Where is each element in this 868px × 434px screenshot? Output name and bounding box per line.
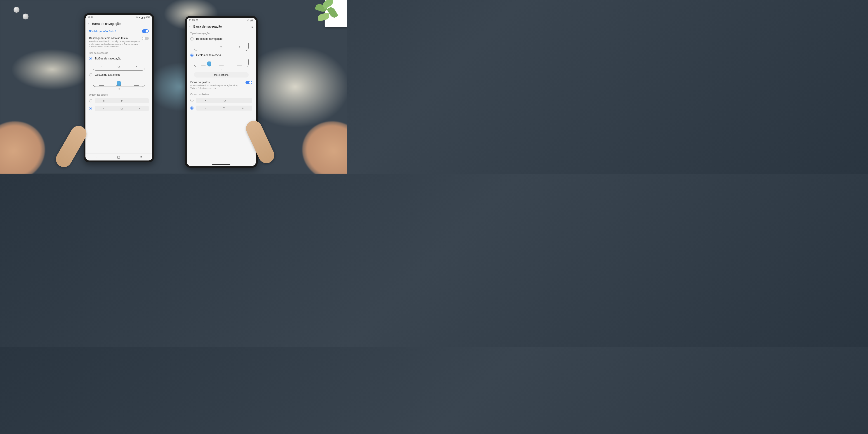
nav-buttons-preview: ‹ ▢ ≡ — [194, 43, 249, 51]
nav-home-icon[interactable]: ▢ — [117, 155, 120, 159]
page-title: Barra de navegação — [193, 25, 249, 28]
nav-gestures-label: Gestos de tela cheia — [196, 54, 221, 57]
airplane-icon: ✈ — [138, 16, 141, 19]
recents-glyph-icon: ≡ — [205, 99, 206, 102]
radio-icon[interactable] — [89, 99, 92, 102]
gesture-hints-toggle[interactable] — [246, 81, 252, 84]
desk-map-background — [0, 0, 347, 174]
nav-back-icon[interactable]: ‹ — [96, 155, 97, 159]
recents-glyph-icon: ≡ — [135, 65, 137, 68]
radio-icon[interactable] — [89, 107, 92, 110]
button-order-section: Ordem dos botões — [188, 91, 255, 96]
settings-content[interactable]: Nível de pressão: 3 de 5 Desbloquear com… — [86, 28, 152, 153]
nav-buttons-option[interactable]: Botões de navegação — [86, 55, 151, 62]
back-glyph-icon: ‹ — [243, 99, 243, 102]
recents-glyph-icon: ≡ — [239, 46, 240, 48]
nav-buttons-label: Botões de navegação — [196, 37, 222, 40]
order-option-1[interactable]: ≡ ▢ ‹ — [188, 96, 255, 104]
settings-content[interactable]: Tipo de navegação Botões de navegação ‹ … — [187, 30, 256, 163]
home-glyph-icon: ▢ — [223, 99, 225, 102]
back-glyph-icon: ‹ — [103, 107, 104, 110]
pressure-level-label: Nível de pressão: 3 de 5 — [89, 30, 140, 33]
dnd-icon: ⊘ — [247, 19, 249, 22]
page-header: ‹ Barra de navegação ⌕ — [187, 23, 256, 30]
nav-gestures-option[interactable]: Gestos de tela cheia — [86, 71, 151, 78]
home-glyph-icon: ▢ — [121, 107, 123, 110]
gesture-finger-icon — [207, 61, 211, 66]
phone-right: 11:23 ⛨ ⊘ ◢ ▮ ‹ Barra de navegação ⌕ Tip… — [185, 16, 258, 168]
button-order-section: Ordem dos botões — [86, 92, 151, 97]
radio-icon[interactable] — [190, 99, 193, 102]
radio-icon[interactable] — [190, 54, 193, 57]
phone-left: 11:28 ℕ ✈ ◢ ▮ 63% ‹ Barra de navegação N… — [84, 13, 154, 162]
status-right-icons: ℕ ✈ ◢ ▮ 63% — [136, 16, 150, 19]
back-icon[interactable]: ‹ — [88, 22, 89, 26]
screen-left: 11:28 ℕ ✈ ◢ ▮ 63% ‹ Barra de navegação N… — [86, 15, 152, 160]
unlock-home-toggle[interactable] — [142, 37, 149, 40]
home-indicator-preview — [86, 88, 151, 90]
nav-type-section: Tipo de navegação — [188, 30, 255, 35]
status-time: 11:23 — [189, 19, 195, 22]
battery-icon: ▮ — [144, 16, 145, 19]
home-glyph-icon: ▢ — [223, 107, 225, 110]
shield-icon: ⛨ — [196, 19, 198, 22]
back-glyph-icon: ‹ — [205, 107, 206, 110]
home-glyph-icon: ▢ — [220, 46, 222, 48]
back-hint-label: ‹ — [188, 68, 255, 71]
page-header: ‹ Barra de navegação — [86, 20, 152, 28]
recents-glyph-icon: ≡ — [242, 107, 244, 110]
earbuds-prop — [9, 4, 36, 23]
status-bar: 11:28 ℕ ✈ ◢ ▮ 63% — [86, 15, 152, 20]
back-glyph-icon: ‹ — [101, 65, 101, 68]
pressure-toggle[interactable] — [142, 29, 149, 33]
status-bar: 11:23 ⛨ ⊘ ◢ ▮ — [187, 18, 256, 23]
page-title: Barra de navegação — [92, 22, 150, 26]
nfc-icon: ℕ — [136, 16, 138, 19]
back-glyph-icon: ‹ — [140, 100, 141, 102]
battery-pct: 63% — [146, 16, 150, 19]
search-icon[interactable]: ⌕ — [251, 25, 253, 28]
gesture-finger-icon — [117, 81, 121, 86]
status-time: 11:28 — [88, 16, 93, 19]
back-glyph-icon: ‹ — [203, 46, 203, 48]
gesture-hints-title: Dicas de gestos — [190, 81, 243, 84]
recents-glyph-icon: ≡ — [139, 107, 141, 110]
signal-icon: ◢ — [141, 16, 143, 19]
back-icon[interactable]: ‹ — [189, 24, 191, 29]
order-option-1[interactable]: ≡ ▢ ‹ — [86, 97, 151, 105]
succulent-plant-prop — [311, 0, 347, 36]
signal-icon: ◢ — [250, 19, 252, 22]
battery-icon: ▮ — [252, 19, 254, 22]
unlock-home-desc: Pressione o Botão Início por alguns segu… — [89, 40, 140, 48]
radio-icon[interactable] — [190, 106, 193, 110]
status-right-icons: ⊘ ◢ ▮ — [247, 19, 254, 22]
nav-gestures-label: Gestos de tela cheia — [95, 73, 120, 76]
home-glyph-icon: ▢ — [118, 65, 120, 68]
nav-gestures-preview — [194, 59, 249, 67]
nav-type-section: Tipo de navegação — [86, 50, 151, 55]
radio-icon[interactable] — [190, 37, 193, 40]
system-gesture-bar[interactable] — [187, 163, 256, 166]
gesture-hints-desc: Mostra onde deslizar para cima para as a… — [190, 84, 243, 90]
pressure-level-row[interactable]: Nível de pressão: 3 de 5 — [86, 28, 151, 35]
more-options-button[interactable]: More options — [194, 72, 249, 78]
screen-right: 11:23 ⛨ ⊘ ◢ ▮ ‹ Barra de navegação ⌕ Tip… — [187, 18, 256, 166]
system-navbar: ‹ ▢ ≡ — [86, 153, 152, 160]
nav-gestures-preview — [93, 79, 145, 87]
nav-buttons-option[interactable]: Botões de navegação — [188, 35, 255, 42]
unlock-home-row[interactable]: Desbloquear com o Botão Início Pressione… — [86, 35, 151, 50]
unlock-home-title: Desbloquear com o Botão Início — [89, 37, 140, 40]
nav-gestures-option[interactable]: Gestos de tela cheia — [188, 52, 255, 59]
nav-recents-icon[interactable]: ≡ — [141, 155, 142, 159]
radio-icon[interactable] — [89, 73, 92, 76]
nav-buttons-label: Botões de navegação — [95, 57, 121, 60]
gesture-hints-row[interactable]: Dicas de gestos Mostra onde deslizar par… — [188, 79, 255, 91]
order-option-2[interactable]: ‹ ▢ ≡ — [188, 104, 255, 112]
order-option-2[interactable]: ‹ ▢ ≡ — [86, 105, 151, 112]
recents-glyph-icon: ≡ — [103, 100, 105, 102]
nav-buttons-preview: ‹ ▢ ≡ — [93, 63, 145, 70]
home-glyph-icon: ▢ — [121, 100, 123, 102]
radio-icon[interactable] — [89, 57, 92, 60]
